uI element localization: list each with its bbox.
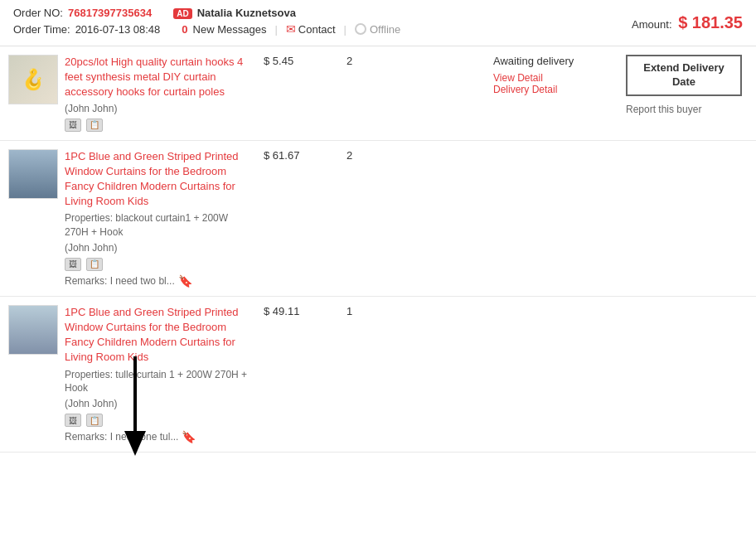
price-col-2: $ 61.67 xyxy=(257,141,340,170)
product-props-3: Properties: tulle curtain 1 + 200W 270H … xyxy=(65,368,249,396)
seller-info-2: (John John) xyxy=(65,242,249,254)
seller-2: John John xyxy=(68,242,114,254)
image-icon-3[interactable]: 🖼 xyxy=(65,414,81,427)
seller-3: John John xyxy=(68,398,114,409)
extend-line1: Extend Delivery xyxy=(643,61,724,74)
product-cell-1: 🪝 20pcs/lot High quality curtain hooks 4… xyxy=(8,55,249,132)
doc-icon-1[interactable]: 📋 xyxy=(86,119,103,132)
qty-col-3: 1 xyxy=(340,297,381,326)
view-detail-link-1[interactable]: View Detail xyxy=(493,72,613,84)
status-col-1: Awaiting delivery View Detail Delivery D… xyxy=(487,46,619,104)
product-icons-3: 🖼 📋 xyxy=(65,414,249,427)
price-3: $ 49.11 xyxy=(264,305,299,317)
action-col-2 xyxy=(619,141,756,157)
status-col-2 xyxy=(487,141,619,157)
messages-label: New Messages xyxy=(193,23,267,36)
qty-1: 2 xyxy=(346,55,352,67)
order-no-label: Order NO: xyxy=(13,7,63,19)
seller-info-1: (John John) xyxy=(65,103,249,114)
separator1: | xyxy=(274,23,277,36)
product-props-2: Properties: blackout curtain1 + 200W 270… xyxy=(65,211,249,240)
seller-name: Natalia Kuznetsova xyxy=(197,7,296,19)
product-icons-2: 🖼 📋 xyxy=(65,258,249,271)
product-col-3: 1PC Blue and Green Striped Printed Windo… xyxy=(0,297,257,452)
seller-info-3: (John John) xyxy=(65,398,249,409)
product-name-2[interactable]: 1PC Blue and Green Striped Printed Windo… xyxy=(65,150,239,208)
product-thumb-1: 🪝 xyxy=(8,55,58,104)
image-icon-1[interactable]: 🖼 xyxy=(65,119,81,132)
product-details-1: 20pcs/lot High quality curtain hooks 4 f… xyxy=(65,55,249,132)
bookmark-icon-2: 🔖 xyxy=(178,274,192,288)
products-container: 🪝 20pcs/lot High quality curtain hooks 4… xyxy=(0,46,756,453)
doc-icon-3[interactable]: 📋 xyxy=(86,414,103,427)
ad-badge-wrap: AD xyxy=(173,7,191,19)
status-text-1: Awaiting delivery xyxy=(493,55,613,67)
remarks-3: Remarks: I need one tul... 🔖 xyxy=(65,430,249,443)
order-number-row: Order NO: 76817397735634 AD Natalia Kuzn… xyxy=(13,7,632,19)
action-col-3 xyxy=(619,297,756,313)
qty-3: 1 xyxy=(346,305,352,317)
amount-area: Amount: $ 181.35 xyxy=(632,13,743,32)
action-col-1: Extend Delivery Date Report this buyer xyxy=(619,46,756,123)
table-row: 🪝 20pcs/lot High quality curtain hooks 4… xyxy=(0,46,756,141)
product-cell-2: 1PC Blue and Green Striped Printed Windo… xyxy=(8,149,249,288)
delivery-detail-link-1[interactable]: Delivery Detail xyxy=(493,84,613,95)
qty-col-1: 2 xyxy=(340,46,381,75)
remarks-text-2: Remarks: I need two bl... xyxy=(65,275,175,287)
product-image-1: 🪝 xyxy=(9,55,57,104)
contact-label: Contact xyxy=(298,23,336,36)
qty-2: 2 xyxy=(346,149,352,162)
product-name-3[interactable]: 1PC Blue and Green Striped Printed Windo… xyxy=(65,306,239,364)
status-col-3 xyxy=(487,297,619,313)
price-2: $ 61.67 xyxy=(264,149,299,162)
messages-count: 0 xyxy=(182,23,187,36)
product-thumb-3 xyxy=(8,305,58,355)
order-time-label: Order Time: xyxy=(13,23,70,36)
report-buyer-link[interactable]: Report this buyer xyxy=(626,104,701,115)
product-col-1: 🪝 20pcs/lot High quality curtain hooks 4… xyxy=(0,46,257,140)
image-icon-2[interactable]: 🖼 xyxy=(65,258,81,271)
envelope-icon: ✉ xyxy=(286,22,296,36)
product-image-2 xyxy=(9,149,57,199)
amount-value: $ 181.35 xyxy=(678,13,743,31)
remarks-2: Remarks: I need two bl... 🔖 xyxy=(65,274,249,288)
product-cell-3: 1PC Blue and Green Striped Printed Windo… xyxy=(8,305,249,443)
product-details-2: 1PC Blue and Green Striped Printed Windo… xyxy=(65,149,249,288)
product-col-2: 1PC Blue and Green Striped Printed Windo… xyxy=(0,141,257,296)
table-row: 1PC Blue and Green Striped Printed Windo… xyxy=(0,297,756,453)
doc-icon-2[interactable]: 📋 xyxy=(86,258,103,271)
price-col-3: $ 49.11 xyxy=(257,297,340,326)
offline-area: Offline xyxy=(355,23,400,36)
price-col-1: $ 5.45 xyxy=(257,46,340,75)
product-image-3 xyxy=(9,305,57,355)
bookmark-icon-3: 🔖 xyxy=(182,430,196,443)
order-header: Order NO: 76817397735634 AD Natalia Kuzn… xyxy=(0,0,756,46)
product-thumb-2 xyxy=(8,149,58,199)
offline-label: Offline xyxy=(370,23,400,36)
table-row: 1PC Blue and Green Striped Printed Windo… xyxy=(0,141,756,297)
order-time-row: Order Time: 2016-07-13 08:48 0 New Messa… xyxy=(13,22,632,36)
seller-1: John John xyxy=(68,103,114,114)
separator2: | xyxy=(344,23,346,36)
extend-line2: Date xyxy=(672,75,695,88)
extend-delivery-button[interactable]: Extend Delivery Date xyxy=(626,55,742,96)
amount-label: Amount: xyxy=(632,18,671,31)
remarks-text-3: Remarks: I need one tul... xyxy=(65,431,178,443)
order-info-left: Order NO: 76817397735634 AD Natalia Kuzn… xyxy=(13,7,632,39)
page-wrapper: Order NO: 76817397735634 AD Natalia Kuzn… xyxy=(0,0,756,453)
ad-badge: AD xyxy=(173,8,191,19)
qty-col-2: 2 xyxy=(340,141,381,170)
contact-link[interactable]: ✉ Contact xyxy=(286,22,336,36)
product-icons-1: 🖼 📋 xyxy=(65,119,249,132)
product-details-3: 1PC Blue and Green Striped Printed Windo… xyxy=(65,305,249,443)
product-name-1[interactable]: 20pcs/lot High quality curtain hooks 4 f… xyxy=(65,56,243,98)
messages-area: 0 New Messages | ✉ Contact | Offline xyxy=(182,22,400,36)
order-number: 76817397735634 xyxy=(68,7,152,19)
price-1: $ 5.45 xyxy=(264,55,293,67)
order-time: 2016-07-13 08:48 xyxy=(75,23,161,36)
offline-dot xyxy=(355,23,366,35)
